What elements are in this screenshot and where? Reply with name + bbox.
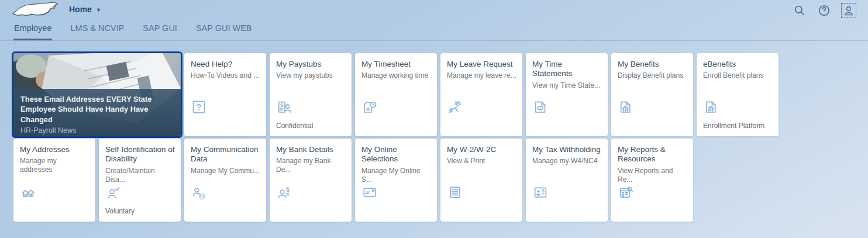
search-button[interactable] bbox=[792, 3, 807, 18]
svg-text:$: $ bbox=[286, 186, 290, 193]
tile-my-tax-withholding[interactable]: My Tax Withholding Manage my W4/NC4 $ bbox=[526, 139, 608, 222]
tile-subtitle: View my paystubs bbox=[270, 69, 352, 80]
tile-title: My Tax Withholding bbox=[526, 139, 608, 154]
paystub-person-icon: $ bbox=[276, 99, 292, 115]
tile-title: My Benefits bbox=[611, 53, 693, 69]
tile-ebenefits[interactable]: eBenefits Enroll Benefit plans Enrollmen… bbox=[697, 53, 779, 136]
family-document-icon bbox=[618, 99, 634, 115]
tile-title: My Time Statements bbox=[526, 53, 608, 79]
beach-chair-sun-icon bbox=[447, 99, 463, 115]
tile-subtitle: Display Benefit plans bbox=[611, 69, 693, 80]
tab-employee[interactable]: Employee bbox=[13, 21, 52, 40]
help-icon bbox=[817, 3, 832, 18]
svg-text:?: ? bbox=[196, 102, 201, 112]
tile-title: Self-Identification of Disability bbox=[99, 139, 181, 164]
tile-footer: Enrollment Platform bbox=[703, 122, 764, 130]
news-subtitle: HR-Payroll News bbox=[20, 126, 174, 134]
svg-text:$: $ bbox=[280, 102, 284, 108]
top-bar: Home ▼ bbox=[0, 0, 868, 21]
tab-label: Employee bbox=[14, 23, 51, 33]
home-menu-button[interactable]: Home ▼ bbox=[69, 5, 101, 14]
question-mark-icon: ? bbox=[191, 99, 207, 115]
tile-footer: Confidential bbox=[276, 122, 313, 130]
tab-label: SAP GUI bbox=[143, 23, 177, 33]
envelope-icon bbox=[361, 184, 378, 201]
family-document-icon bbox=[703, 99, 719, 115]
tile-title: My Addresses bbox=[13, 139, 95, 154]
search-icon bbox=[792, 3, 807, 18]
tile-title: My Timesheet bbox=[355, 53, 437, 69]
tile-my-paystubs[interactable]: My Paystubs View my paystubs $ Confident… bbox=[270, 53, 352, 136]
svg-text:$: $ bbox=[542, 188, 545, 194]
tile-subtitle: Manage My Online S... bbox=[355, 164, 437, 184]
two-houses-icon bbox=[20, 184, 36, 201]
tile-my-reports-resources[interactable]: My Reports & Resources View Reports and … bbox=[611, 139, 693, 222]
help-button[interactable] bbox=[817, 3, 832, 18]
news-title: These Email Addresses EVERY State Employ… bbox=[20, 94, 174, 125]
tile-subtitle: Manage working time bbox=[355, 69, 437, 80]
news-overlay: These Email Addresses EVERY State Employ… bbox=[13, 89, 181, 136]
tile-my-timesheet[interactable]: My Timesheet Manage working time bbox=[355, 53, 437, 136]
tile-title: My Reports & Resources bbox=[611, 139, 693, 164]
tab-sap-gui[interactable]: SAP GUI bbox=[142, 21, 178, 40]
id-card-dollar-icon: $ bbox=[532, 184, 549, 201]
tab-label: LMS & NCVIP bbox=[70, 23, 124, 33]
tab-label: SAP GUI WEB bbox=[196, 23, 252, 33]
document-eye-icon bbox=[532, 99, 549, 115]
tile-title: Need Help? bbox=[184, 53, 266, 69]
tile-subtitle: Manage my Bank De... bbox=[270, 154, 352, 174]
tile-subtitle: Enroll Benefit plans bbox=[697, 69, 779, 80]
tile-my-w2-w2c[interactable]: My W-2/W-2C View & Print bbox=[440, 139, 522, 222]
tile-subtitle: View my Time State... bbox=[526, 79, 608, 90]
tile-self-identification-of-disability[interactable]: Self-Identification of Disability Create… bbox=[99, 139, 181, 222]
tile-title: eBenefits bbox=[697, 53, 779, 69]
user-avatar-button[interactable] bbox=[841, 3, 856, 18]
tile-subtitle: Create/Maintain Disa... bbox=[99, 164, 181, 184]
person-dollar-icon: $ bbox=[276, 184, 292, 201]
tile-my-communication-data[interactable]: My Communication Data Manage My Commu...… bbox=[184, 139, 266, 222]
tile-subtitle: Manage my leave re... bbox=[440, 69, 522, 80]
tile-subtitle: Manage My Commu... bbox=[184, 164, 266, 175]
tile-my-online-selections[interactable]: My Online Selections Manage My Online S.… bbox=[355, 139, 437, 222]
tile-my-benefits[interactable]: My Benefits Display Benefit plans bbox=[611, 53, 693, 136]
report-search-icon bbox=[618, 184, 634, 201]
tile-need-help[interactable]: Need Help? How-To Videos and ... ? bbox=[184, 53, 266, 136]
person-at-icon: @ bbox=[191, 184, 207, 201]
tile-subtitle: View & Print bbox=[440, 154, 522, 165]
tile-title: My W-2/W-2C bbox=[440, 139, 522, 154]
tile-grid: These Email Addresses EVERY State Employ… bbox=[13, 53, 779, 222]
form-list-icon bbox=[447, 184, 463, 201]
tile-my-time-statements[interactable]: My Time Statements View my Time State... bbox=[526, 53, 608, 136]
tile-hr-payroll-news[interactable]: These Email Addresses EVERY State Employ… bbox=[13, 53, 181, 136]
svg-text:@: @ bbox=[199, 192, 205, 199]
tile-footer: Voluntary bbox=[105, 207, 135, 215]
tile-title: My Leave Request bbox=[440, 53, 522, 69]
topbar-actions bbox=[792, 3, 856, 18]
tile-title: My Paystubs bbox=[270, 53, 352, 69]
chevron-down-icon: ▼ bbox=[96, 6, 101, 13]
tile-my-addresses[interactable]: My Addresses Manage my addresses bbox=[13, 139, 95, 222]
timesheet-clock-icon bbox=[361, 99, 378, 115]
tile-my-bank-details[interactable]: My Bank Details Manage my Bank De... $ bbox=[270, 139, 352, 222]
tile-subtitle: View Reports and Re... bbox=[611, 164, 693, 184]
tile-subtitle: Manage my W4/NC4 bbox=[526, 154, 608, 165]
person-check-icon bbox=[105, 184, 122, 201]
home-menu-label: Home bbox=[69, 5, 92, 14]
tab-sap-gui-web[interactable]: SAP GUI WEB bbox=[195, 21, 253, 40]
tile-title: My Bank Details bbox=[270, 139, 352, 154]
tab-lms-ncvip[interactable]: LMS & NCVIP bbox=[70, 21, 125, 40]
tile-title: My Communication Data bbox=[184, 139, 266, 164]
tile-my-leave-request[interactable]: My Leave Request Manage my leave re... bbox=[440, 53, 522, 136]
tile-title: My Online Selections bbox=[355, 139, 437, 164]
nc-state-outline-logo[interactable] bbox=[11, 1, 60, 20]
group-tab-strip: Employee LMS & NCVIP SAP GUI SAP GUI WEB bbox=[0, 21, 868, 41]
user-avatar-icon bbox=[842, 4, 856, 18]
tile-subtitle: How-To Videos and ... bbox=[184, 69, 266, 80]
tile-subtitle: Manage my addresses bbox=[13, 154, 95, 174]
